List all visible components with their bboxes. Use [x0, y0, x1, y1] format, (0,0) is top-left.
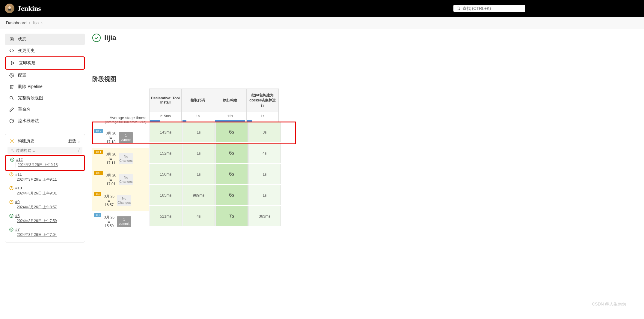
changes-badge: NoChanges	[119, 174, 133, 185]
run-badge: #8	[94, 213, 101, 217]
svg-point-9	[10, 96, 13, 99]
stage-row: 152ms1s6s4s	[149, 143, 281, 164]
sidebar-item-pipeline-syntax[interactable]: 流水线语法	[5, 115, 85, 127]
changes-badge: NoChanges	[119, 153, 133, 164]
stage-cell[interactable]: 4s	[248, 143, 281, 163]
build-link[interactable]: #7	[15, 227, 19, 232]
build-history-card: 构建历史 趋势⌄ / #122024年3月26日 上午9:18#112024年3…	[5, 134, 85, 242]
stage-cell[interactable]: 363ms	[248, 206, 281, 226]
sidebar-item-label: 流水线语法	[18, 118, 39, 124]
breadcrumb-job[interactable]: lijia	[33, 20, 39, 25]
stage-row: 150ms1s6s1s	[149, 164, 281, 185]
filter-builds-input[interactable]	[16, 148, 76, 153]
stage-cell[interactable]: 3s	[248, 122, 281, 142]
chevron-down-icon: ⌄	[77, 139, 81, 143]
stage-cell[interactable]: 6s	[215, 143, 248, 163]
bar-cell	[149, 120, 182, 122]
help-icon	[9, 118, 14, 124]
changes-badge: 1commit	[119, 132, 133, 143]
build-item[interactable]: #102024年3月26日 上午9:01	[5, 185, 85, 198]
avg-label-cell: Average stage times: (Average full run t…	[92, 112, 149, 127]
status-icon	[9, 186, 13, 190]
stage-cell[interactable]: 521ms	[150, 206, 182, 226]
brand-text[interactable]: Jenkins	[17, 5, 41, 13]
stage-cell[interactable]: 1s	[183, 122, 215, 142]
build-link[interactable]: #11	[15, 172, 22, 176]
build-item[interactable]: #122024年3月26日 上午9:18	[5, 155, 85, 171]
build-link[interactable]: #8	[15, 213, 19, 218]
build-link[interactable]: #10	[15, 186, 22, 190]
build-item[interactable]: #112024年3月26日 上午9:11	[5, 171, 85, 185]
bar-cell	[182, 120, 214, 122]
run-head[interactable]: #113月 26日17:11NoChanges	[92, 148, 149, 169]
stage-cell[interactable]: 1s	[183, 143, 215, 163]
avg-cell: 215ms	[149, 112, 182, 120]
stage-cell[interactable]: 1s	[248, 185, 281, 205]
sidebar-item-rename[interactable]: 重命名	[5, 104, 85, 115]
build-link[interactable]: #12	[16, 157, 23, 162]
stage-cell[interactable]: 7s	[215, 206, 248, 226]
sidebar-item-status[interactable]: 状态	[5, 34, 85, 45]
stage-cell[interactable]: 6s	[215, 122, 248, 142]
sidebar-item-label: 删除 Pipeline	[18, 84, 43, 89]
sidebar-item-build-now[interactable]: 立即构建	[5, 56, 85, 70]
build-item[interactable]: #92024年3月26日 上午8:57	[5, 198, 85, 212]
stage-cell[interactable]: 4s	[183, 206, 215, 226]
stage-cell[interactable]: 6s	[215, 185, 248, 205]
stage-header: 把jar包构建为docker镜像并运行	[246, 89, 279, 112]
svg-point-22	[11, 149, 13, 151]
gear-icon	[9, 73, 14, 78]
changes-icon	[9, 48, 14, 53]
search-box[interactable]	[453, 5, 525, 12]
run-head[interactable]: #103月 26日17:01NoChanges	[92, 169, 149, 190]
build-date[interactable]: 2024年3月26日 上午8:57	[15, 205, 81, 210]
build-item[interactable]: #82024年3月26日 上午7:59	[5, 212, 85, 226]
status-icon	[9, 227, 13, 232]
build-date[interactable]: 2024年3月26日 上午9:18	[16, 162, 80, 167]
run-head[interactable]: #93月 26日16:57NoChanges	[92, 190, 149, 211]
svg-line-23	[13, 151, 14, 152]
stage-table: Declarative: Tool Install拉取代码执行构建把jar包构建…	[149, 89, 281, 232]
sidebar: 状态 变更历史 立即构建 配置 删除 Pipeline 完整阶段视图	[5, 34, 85, 242]
avg-cell: 12s	[214, 112, 246, 120]
section-title: 阶段视图	[92, 75, 639, 83]
build-date[interactable]: 2024年3月26日 上午7:59	[15, 218, 81, 224]
build-link[interactable]: #9	[15, 200, 19, 204]
stage-row: 143ms1s6s3s	[149, 122, 281, 143]
svg-point-34	[10, 214, 13, 218]
status-icon	[9, 214, 13, 218]
sidebar-item-full-stage-view[interactable]: 完整阶段视图	[5, 92, 85, 104]
stage-view: Average stage times: (Average full run t…	[92, 89, 639, 232]
build-date[interactable]: 2024年3月26日 上午9:11	[15, 177, 81, 182]
stage-cell[interactable]: 143ms	[150, 122, 182, 142]
run-head[interactable]: #83月 26日15:591commit	[92, 211, 149, 232]
stage-row: 165ms989ms6s1s	[149, 185, 281, 206]
sidebar-item-configure[interactable]: 配置	[5, 70, 85, 81]
sidebar-item-delete[interactable]: 删除 Pipeline	[5, 81, 85, 92]
build-date[interactable]: 2024年3月26日 上午9:01	[15, 191, 81, 196]
trend-link[interactable]: 趋势⌄	[68, 138, 81, 144]
stage-cell[interactable]: 1s	[183, 164, 215, 184]
build-date[interactable]: 2024年3月26日 上午7:04	[15, 232, 81, 237]
stage-cell[interactable]: 150ms	[150, 164, 182, 184]
breadcrumb-dashboard[interactable]: Dashboard	[6, 20, 27, 25]
stage-cell[interactable]: 165ms	[150, 185, 182, 205]
sidebar-item-label: 配置	[18, 73, 26, 78]
bar-cell	[246, 120, 279, 122]
build-history-list: #122024年3月26日 上午9:18#112024年3月26日 上午9:11…	[5, 155, 85, 240]
run-head[interactable]: #123月 26日17:181commit	[92, 127, 149, 148]
sidebar-item-label: 重命名	[18, 107, 31, 112]
status-icon	[9, 200, 13, 204]
svg-line-16	[10, 140, 11, 140]
search-input[interactable]	[462, 6, 522, 11]
stage-cell[interactable]: 152ms	[150, 143, 182, 163]
sidebar-item-changes[interactable]: 变更历史	[5, 45, 85, 56]
svg-point-0	[8, 6, 11, 9]
stage-cell[interactable]: 989ms	[183, 185, 215, 205]
content: lijia 阶段视图 Average stage times: (Average…	[92, 34, 639, 242]
sidebar-item-label: 立即构建	[19, 60, 36, 66]
search-icon	[9, 95, 14, 101]
stage-cell[interactable]: 1s	[248, 164, 281, 184]
build-item[interactable]: #72024年3月26日 上午7:04	[5, 226, 85, 240]
stage-cell[interactable]: 6s	[215, 164, 248, 184]
